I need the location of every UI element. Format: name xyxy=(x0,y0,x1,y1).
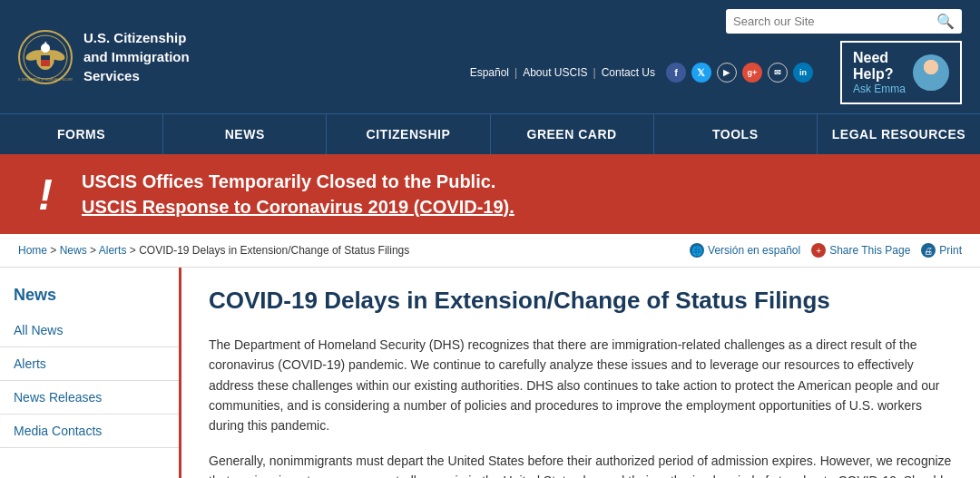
sidebar-title: News xyxy=(0,286,179,314)
contact-link[interactable]: Contact Us xyxy=(602,66,655,79)
svg-point-12 xyxy=(924,60,938,74)
linkedin-icon[interactable]: in xyxy=(793,63,813,83)
search-bar[interactable]: 🔍 xyxy=(726,9,962,34)
uscis-seal: ★ U.S. DEPARTMENT OF HOMELAND SECURITY xyxy=(18,30,73,84)
sidebar-item-news-releases[interactable]: News Releases xyxy=(0,381,179,415)
article-body: The Department of Homeland Security (DHS… xyxy=(209,335,953,478)
utility-links: Español | About USCIS | Contact Us f 𝕏 ▶… xyxy=(470,63,813,83)
search-button[interactable]: 🔍 xyxy=(936,13,955,30)
sep1: > xyxy=(50,244,59,257)
sidebar-item-alerts[interactable]: Alerts xyxy=(0,347,179,381)
alert-exclamation-icon: ! xyxy=(27,170,64,219)
googleplus-icon[interactable]: g+ xyxy=(742,63,762,83)
breadcrumb-bar: Home > News > Alerts > COVID-19 Delays i… xyxy=(0,234,980,268)
breadcrumb-home[interactable]: Home xyxy=(18,244,47,257)
need-help-text: NeedHelp?Ask Emma xyxy=(853,50,906,95)
twitter-icon[interactable]: 𝕏 xyxy=(691,63,711,83)
breadcrumb-news[interactable]: News xyxy=(60,244,87,257)
header-branding: ★ U.S. DEPARTMENT OF HOMELAND SECURITY U… xyxy=(18,28,190,85)
youtube-icon[interactable]: ▶ xyxy=(717,63,737,83)
alert-link[interactable]: USCIS Response to Coronavirus 2019 (COVI… xyxy=(82,197,514,217)
svg-point-11 xyxy=(918,78,944,91)
print-link[interactable]: 🖨 Print xyxy=(921,243,962,258)
espanol-link[interactable]: Español xyxy=(470,66,509,79)
nav-citizenship[interactable]: CITIZENSHIP xyxy=(327,114,490,154)
agency-name: U.S. Citizenshipand ImmigrationServices xyxy=(83,28,190,85)
breadcrumb-current: COVID-19 Delays in Extension/Change of S… xyxy=(139,244,409,257)
nav-forms[interactable]: FORMS xyxy=(0,114,163,154)
article: COVID-19 Delays in Extension/Change of S… xyxy=(181,268,980,478)
globe-icon: 🌐 xyxy=(690,243,704,258)
article-title: COVID-19 Delays in Extension/Change of S… xyxy=(209,286,953,317)
facebook-icon[interactable]: f xyxy=(666,63,686,83)
nav-green-card[interactable]: GREEN CARD xyxy=(491,114,654,154)
need-help-widget[interactable]: NeedHelp?Ask Emma xyxy=(840,41,962,104)
about-link[interactable]: About USCIS xyxy=(523,66,587,79)
social-icons: f 𝕏 ▶ g+ ✉ in xyxy=(666,63,813,83)
sidebar-item-media-contacts[interactable]: Media Contacts xyxy=(0,415,179,448)
sep2: > xyxy=(90,244,99,257)
svg-rect-7 xyxy=(41,55,50,60)
page-actions: 🌐 Versión en español + Share This Page 🖨… xyxy=(690,243,962,258)
sep3: > xyxy=(130,244,139,257)
nav-tools[interactable]: TOOLS xyxy=(654,114,818,154)
sidebar-item-all-news[interactable]: All News xyxy=(0,314,179,347)
nav-news[interactable]: NEWS xyxy=(163,114,327,154)
svg-text:U.S. DEPARTMENT OF HOMELAND SE: U.S. DEPARTMENT OF HOMELAND SECURITY xyxy=(18,78,73,82)
share-icon: + xyxy=(811,243,826,258)
version-espanol-link[interactable]: 🌐 Versión en español xyxy=(690,243,800,258)
breadcrumb: Home > News > Alerts > COVID-19 Delays i… xyxy=(18,244,409,257)
alert-banner[interactable]: ! USCIS Offices Temporarily Closed to th… xyxy=(0,154,980,234)
share-page-link[interactable]: + Share This Page xyxy=(811,243,910,258)
separator2: | xyxy=(593,66,596,79)
sidebar: News All News Alerts News Releases Media… xyxy=(0,268,181,478)
site-header: ★ U.S. DEPARTMENT OF HOMELAND SECURITY U… xyxy=(0,0,980,113)
separator: | xyxy=(514,66,517,79)
header-utilities: 🔍 Español | About USCIS | Contact Us f 𝕏… xyxy=(470,9,962,104)
email-icon[interactable]: ✉ xyxy=(768,63,788,83)
article-paragraph-2: Generally, nonimmigrants must depart the… xyxy=(209,451,953,478)
alert-text: USCIS Offices Temporarily Closed to the … xyxy=(82,169,514,219)
article-paragraph-1: The Department of Homeland Security (DHS… xyxy=(209,335,953,436)
search-input[interactable] xyxy=(733,15,936,28)
print-icon: 🖨 xyxy=(921,243,936,258)
nav-legal-resources[interactable]: LEGAL RESOURCES xyxy=(818,114,980,154)
emma-avatar xyxy=(913,54,949,91)
breadcrumb-alerts[interactable]: Alerts xyxy=(99,244,127,257)
main-content: News All News Alerts News Releases Media… xyxy=(0,268,980,478)
main-nav: FORMS NEWS CITIZENSHIP GREEN CARD TOOLS … xyxy=(0,113,980,154)
